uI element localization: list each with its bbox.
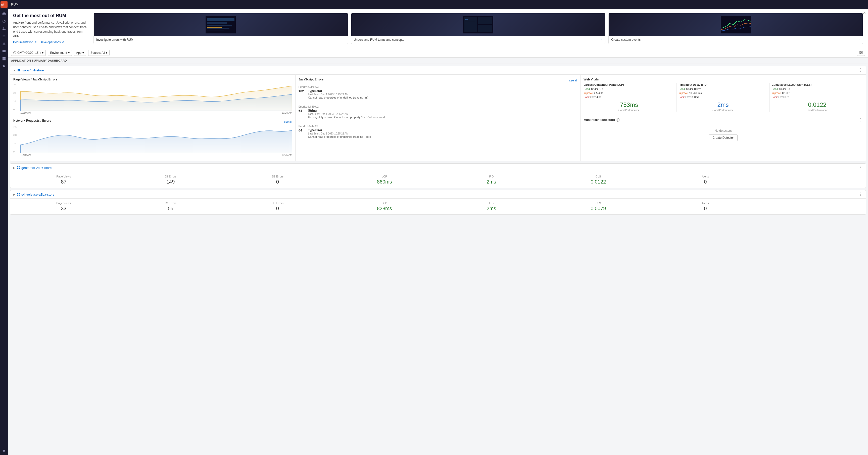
js-errors-title: JavaScript Errors [299,78,324,81]
svg-rect-9 [4,57,5,59]
documentation-link[interactable]: Documentation ↗ [13,40,37,44]
metric-label-fid-1: FID [440,175,543,178]
error-msg-0: Cannot read properties of undefined (rea… [308,96,578,99]
environment-picker[interactable]: Environment ▾ [48,50,72,56]
clock-icon [13,51,16,54]
page-views-chart: 30 20 10 0 [13,83,292,116]
app-group-menu-0[interactable]: ⋮ [859,68,863,72]
app-group-0: ▼ rwc-s4r-1-store ⋮ Page Views / JavaScr… [10,66,866,161]
error-msg-1: Uncaught TypeError: Cannot read property… [308,116,578,119]
error-type-0: TypeError [308,89,578,93]
metric-label-be-2: BE Errors [226,202,329,205]
metric-alerts-1: Alerts 0 [652,172,759,188]
metric-value-alerts-2: 0 [654,206,757,211]
svg-point-35 [861,53,861,54]
sidebar-list-icon[interactable] [1,33,7,39]
vital-value-fid: 2ms [679,101,768,108]
lcp-poor: Over 4.0s [590,96,601,98]
error-msg-2: Cannot read properties of undefined (rea… [308,135,578,138]
sidebar-grid-icon[interactable] [1,56,7,62]
js-errors-see-all[interactable]: see all [569,79,578,82]
metric-label-lcp-1: LCP [333,175,436,178]
splunk-logo[interactable]: s! [0,1,7,8]
metric-js-errors-1: JS Errors 149 [117,172,224,188]
app-picker[interactable]: App ▾ [74,50,86,56]
fid-good: Under 100ms [686,88,702,91]
banner-card-arrow-2: → [857,38,860,41]
svg-point-2 [3,27,4,28]
developer-docs-link[interactable]: Developer docs ↗ [40,40,64,44]
source-picker[interactable]: Source: All ▾ [88,50,110,56]
detectors-menu[interactable]: ⋮ [859,118,863,122]
svg-rect-46 [17,194,18,195]
page-views-chart-title: Page Views / JavaScript Errors [13,78,292,81]
left-panel-0: Page Views / JavaScript Errors 30 20 10 … [10,75,296,161]
sidebar-layers-icon[interactable] [1,41,7,47]
app-group-header-2[interactable]: ▶ s4r-release-a1ba-store ⋮ [10,190,866,199]
metric-page-views-1: Page Views 87 [10,172,117,188]
metrics-row-2: Page Views 33 JS Errors 55 BE Errors 0 L… [10,199,866,214]
metric-label-lcp-2: LCP [333,202,436,205]
svg-rect-42 [17,168,18,169]
fid-improve: 100-300ms [689,92,702,94]
metric-be-errors-1: BE Errors 0 [224,172,331,188]
cls-improve: 0.1-0.25 [782,92,792,94]
error-item-2: ErrorId: b1e1a0f7 64 TypeError Last Seen… [299,125,578,141]
sidebar-gear-icon[interactable] [1,448,7,454]
detectors-title: Most recent detectors [584,118,615,122]
svg-rect-26 [465,22,473,22]
error-time-2: Last Seen: Dec 1 2023 10:25:22 AM [308,132,578,135]
lcp-good: Under 2.5s [591,88,603,91]
svg-point-3 [4,28,5,29]
vital-value-lcp: 753ms [584,101,674,108]
app-group-menu-2[interactable]: ⋮ [859,192,863,196]
banner-card-img-2 [609,13,863,36]
metric-be-errors-2: BE Errors 0 [224,199,331,214]
banner-card-1[interactable]: 0.07ms Understand RUM terms and concepts… [351,13,606,44]
metric-label-pv-2: Page Views [12,202,115,205]
svg-rect-37 [19,69,20,70]
sidebar-tag-icon[interactable] [1,63,7,69]
svg-rect-28 [721,16,751,33]
sidebar-home-icon[interactable] [1,10,7,17]
topbar: RUM [8,0,868,9]
sidebar-chart-icon[interactable] [1,18,7,24]
banner-card-label-0: Investigate errors with RUM [96,38,133,41]
vital-value-cls: 0.0122 [772,101,863,108]
expanded-content-0: Page Views / JavaScript Errors 30 20 10 … [10,74,866,161]
banner-text: Get the most out of RUM Analyze front-en… [13,13,89,44]
time-picker[interactable]: GMT+00:00 -15m ▾ [11,50,46,56]
sidebar-users-icon[interactable] [1,26,7,32]
settings-toolbar-button[interactable] [857,50,865,56]
cls-poor: Over 0.25 [778,96,789,98]
content-area: ▼ rwc-s4r-1-store ⋮ Page Views / JavaScr… [8,64,868,455]
banner-card-img-1: 0.07ms [351,13,606,36]
banner-card-arrow-1: → [599,38,602,41]
banner-card-2[interactable]: Create custom events → [609,13,863,44]
network-see-all[interactable]: see all [284,120,292,123]
sidebar-message-icon[interactable] [1,48,7,54]
info-icon[interactable]: i [616,118,619,122]
vital-name-lcp: Largest Contentful Paint (LCP) [584,83,674,86]
svg-rect-36 [18,69,19,70]
svg-text:s!: s! [1,3,4,7]
app-group-menu-1[interactable]: ⋮ [859,166,863,170]
app-group-header-1[interactable]: ▶ geoff-test-2d07-store ⋮ [10,164,866,172]
error-id-1: ErrorId: dc8860b2 [299,105,578,108]
error-type-2: TypeError [308,128,578,132]
lcp-improve: 2.5-4.0s [594,92,603,94]
main-content: RUM Get the most out of RUM Analyze fron… [8,0,868,455]
banner-heading: Get the most out of RUM [13,13,89,18]
banner-close-button[interactable]: ✕ [863,11,866,15]
error-item-1: ErrorId: dc8860b2 64 String Last Seen: D… [299,105,578,122]
app-group-header-0[interactable]: ▼ rwc-s4r-1-store ⋮ [10,66,866,74]
js-errors-header: JavaScript Errors see all [299,78,578,83]
banner-description: Analyze front-end performance, JavaScrip… [13,20,89,38]
metric-page-views-2: Page Views 33 [10,199,117,214]
create-detector-button[interactable]: Create Detector [709,134,738,141]
metric-value-fid-1: 2ms [440,179,543,185]
banner-card-0[interactable]: Investigate errors with RUM → [93,13,348,44]
banner-card-footer-1: Understand RUM terms and concepts → [351,36,606,43]
metric-value-fid-2: 2ms [440,206,543,211]
error-count-0: 182 [299,89,306,93]
